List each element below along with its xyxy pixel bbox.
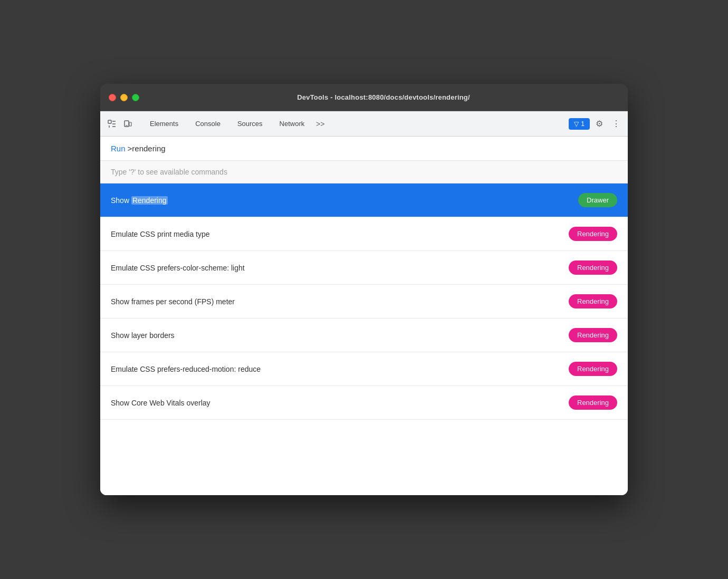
run-header: Run >rendering bbox=[100, 137, 628, 161]
tab-elements[interactable]: Elements bbox=[141, 117, 187, 131]
command-item-show-layer-borders[interactable]: Show layer borders Rendering bbox=[100, 319, 628, 352]
badge-rendering-1: Rendering bbox=[569, 227, 617, 241]
tab-network[interactable]: Network bbox=[271, 117, 313, 131]
command-prefix: Show bbox=[111, 196, 131, 205]
titlebar: DevTools - localhost:8080/docs/devtools/… bbox=[100, 84, 628, 111]
notification-count: 1 bbox=[581, 120, 585, 128]
command-item-show-core-web-vitals[interactable]: Show Core Web Vitals overlay Rendering bbox=[100, 386, 628, 420]
maximize-button[interactable] bbox=[132, 94, 139, 101]
command-item-show-rendering[interactable]: Show Rendering Drawer bbox=[100, 184, 628, 217]
notification-button[interactable]: ▽ 1 bbox=[569, 118, 590, 130]
command-text-emulate-reduced-motion: Emulate CSS prefers-reduced-motion: redu… bbox=[111, 365, 261, 373]
badge-rendering-2: Rendering bbox=[569, 260, 617, 275]
badge-rendering-3: Rendering bbox=[569, 294, 617, 308]
svg-rect-0 bbox=[108, 120, 111, 123]
run-command: >rendering bbox=[128, 144, 166, 153]
toolbar: Elements Console Sources Network >> ▽ 1 … bbox=[100, 111, 628, 137]
inspect-element-button[interactable] bbox=[104, 117, 119, 131]
command-item-emulate-print[interactable]: Emulate CSS print media type Rendering bbox=[100, 217, 628, 251]
search-bar: Type '?' to see available commands bbox=[100, 161, 628, 184]
badge-rendering-5: Rendering bbox=[569, 362, 617, 376]
command-highlight-word: Rendering bbox=[131, 196, 168, 205]
more-icon: ⋮ bbox=[612, 119, 620, 129]
devtools-window: DevTools - localhost:8080/docs/devtools/… bbox=[100, 84, 628, 495]
command-text-show-core-web-vitals: Show Core Web Vitals overlay bbox=[111, 399, 210, 407]
command-text-emulate-color-scheme: Emulate CSS prefers-color-scheme: light bbox=[111, 264, 245, 272]
badge-rendering-4: Rendering bbox=[569, 328, 617, 342]
command-item-emulate-reduced-motion[interactable]: Emulate CSS prefers-reduced-motion: redu… bbox=[100, 352, 628, 386]
command-text-show-rendering: Show Rendering bbox=[111, 196, 168, 205]
close-button[interactable] bbox=[109, 94, 116, 101]
search-placeholder-text: Type '?' to see available commands bbox=[111, 168, 227, 176]
window-title: DevTools - localhost:8080/docs/devtools/… bbox=[148, 93, 619, 101]
minimize-button[interactable] bbox=[120, 94, 128, 101]
more-tabs-button[interactable]: >> bbox=[313, 117, 328, 131]
settings-button[interactable]: ⚙ bbox=[592, 117, 607, 131]
toolbar-right: ▽ 1 ⚙ ⋮ bbox=[569, 117, 624, 131]
badge-rendering-6: Rendering bbox=[569, 395, 617, 410]
command-item-emulate-color-scheme[interactable]: Emulate CSS prefers-color-scheme: light … bbox=[100, 251, 628, 285]
traffic-lights bbox=[109, 94, 139, 101]
devtools-panel: Elements Console Sources Network >> ▽ 1 … bbox=[100, 111, 628, 495]
command-list: Show Rendering Drawer Emulate CSS print … bbox=[100, 184, 628, 420]
more-options-button[interactable]: ⋮ bbox=[609, 117, 624, 131]
toolbar-icons bbox=[104, 117, 135, 131]
settings-icon: ⚙ bbox=[596, 119, 603, 129]
tab-console[interactable]: Console bbox=[187, 117, 229, 131]
command-item-show-fps[interactable]: Show frames per second (FPS) meter Rende… bbox=[100, 285, 628, 319]
tab-sources[interactable]: Sources bbox=[229, 117, 271, 131]
command-text-emulate-print: Emulate CSS print media type bbox=[111, 230, 210, 238]
command-text-show-fps: Show frames per second (FPS) meter bbox=[111, 297, 235, 306]
svg-rect-2 bbox=[129, 122, 131, 126]
content-area: Run >rendering Type '?' to see available… bbox=[100, 137, 628, 495]
run-label: Run bbox=[111, 144, 126, 153]
tab-list: Elements Console Sources Network >> bbox=[141, 117, 567, 131]
badge-drawer: Drawer bbox=[578, 193, 617, 207]
command-text-show-layer-borders: Show layer borders bbox=[111, 331, 175, 340]
notification-icon: ▽ bbox=[574, 120, 579, 128]
device-mode-button[interactable] bbox=[120, 117, 135, 131]
